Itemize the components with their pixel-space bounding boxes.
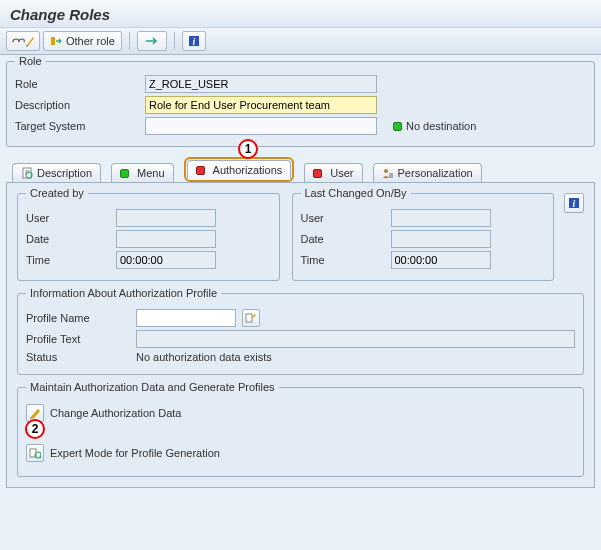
profile-info-group: Information About Authorization Profile … bbox=[17, 293, 584, 375]
changed-time-label: Time bbox=[301, 254, 391, 266]
role-group-title: Role bbox=[15, 55, 46, 67]
tab-menu[interactable]: Menu bbox=[111, 163, 174, 182]
created-date-field bbox=[116, 230, 216, 248]
svg-point-7 bbox=[384, 169, 388, 173]
role-group: Role Role Description Target System No d… bbox=[6, 61, 595, 147]
toggle-view-button[interactable] bbox=[6, 31, 40, 51]
profile-info-title: Information About Authorization Profile bbox=[26, 287, 221, 299]
profile-name-field[interactable] bbox=[136, 309, 236, 327]
separator bbox=[129, 32, 130, 50]
callout-2: 2 bbox=[25, 419, 45, 439]
led-green-icon bbox=[120, 169, 129, 178]
tab-description[interactable]: Description bbox=[12, 163, 101, 182]
other-role-button[interactable]: Other role bbox=[43, 31, 122, 51]
separator bbox=[174, 32, 175, 50]
svg-text:i: i bbox=[193, 36, 196, 47]
personalization-icon bbox=[382, 167, 394, 179]
changed-time-field bbox=[391, 251, 491, 269]
svg-rect-11 bbox=[246, 314, 252, 322]
tab-pane-authorizations: Created by User Date Time Last Changed O… bbox=[6, 183, 595, 488]
page-title: Change Roles bbox=[0, 0, 601, 27]
svg-text:i: i bbox=[573, 198, 576, 209]
info-button[interactable]: i bbox=[182, 31, 206, 51]
expert-icon bbox=[29, 447, 41, 459]
no-dest-indicator: No destination bbox=[393, 120, 476, 132]
role-field[interactable] bbox=[145, 75, 377, 93]
created-date-label: Date bbox=[26, 233, 116, 245]
changed-group: Last Changed On/By User Date Time bbox=[292, 193, 555, 281]
profile-status-value: No authorization data exists bbox=[136, 351, 272, 363]
maintain-group: Maintain Authorization Data and Generate… bbox=[17, 387, 584, 477]
tab-highlight: Authorizations bbox=[184, 157, 295, 182]
changed-user-label: User bbox=[301, 212, 391, 224]
changed-date-label: Date bbox=[301, 233, 391, 245]
transport-button[interactable] bbox=[137, 31, 167, 51]
expert-mode-label: Expert Mode for Profile Generation bbox=[50, 447, 220, 459]
role-icon bbox=[50, 35, 62, 47]
led-green-icon bbox=[393, 122, 402, 131]
created-by-title: Created by bbox=[26, 187, 88, 199]
tab-authorizations-label: Authorizations bbox=[213, 164, 283, 176]
target-field[interactable] bbox=[145, 117, 377, 135]
desc-field[interactable] bbox=[145, 96, 377, 114]
no-dest-label: No destination bbox=[406, 120, 476, 132]
changed-user-field bbox=[391, 209, 491, 227]
profile-text-field bbox=[136, 330, 575, 348]
tab-personalization[interactable]: Personalization bbox=[373, 163, 482, 182]
created-time-label: Time bbox=[26, 254, 116, 266]
glasses-icon bbox=[11, 34, 25, 48]
tabstrip: Description Menu Authorizations User Per… bbox=[6, 157, 595, 183]
callout-1: 1 bbox=[238, 139, 258, 159]
expert-mode-button[interactable] bbox=[26, 444, 44, 462]
content-area: Role Role Description Target System No d… bbox=[0, 55, 601, 494]
pencil-icon bbox=[29, 407, 41, 419]
other-role-label: Other role bbox=[66, 35, 115, 47]
info-button-pane[interactable]: i bbox=[564, 193, 584, 213]
profile-text-label: Profile Text bbox=[26, 333, 136, 345]
changed-date-field bbox=[391, 230, 491, 248]
tab-description-label: Description bbox=[37, 167, 92, 179]
tab-user-label: User bbox=[330, 167, 353, 179]
desc-tab-icon bbox=[21, 167, 33, 179]
svg-rect-0 bbox=[51, 37, 55, 45]
changed-title: Last Changed On/By bbox=[301, 187, 411, 199]
created-user-field bbox=[116, 209, 216, 227]
profile-lookup-icon bbox=[245, 312, 257, 324]
created-user-label: User bbox=[26, 212, 116, 224]
maintain-title: Maintain Authorization Data and Generate… bbox=[26, 381, 279, 393]
svg-rect-8 bbox=[389, 173, 393, 178]
target-label: Target System bbox=[15, 120, 145, 132]
created-time-field bbox=[116, 251, 216, 269]
desc-label: Description bbox=[15, 99, 145, 111]
transport-icon bbox=[145, 35, 159, 47]
tab-authorizations[interactable]: Authorizations bbox=[187, 160, 292, 180]
created-by-group: Created by User Date Time bbox=[17, 193, 280, 281]
app-toolbar: Other role i bbox=[0, 27, 601, 55]
tab-user[interactable]: User bbox=[304, 163, 362, 182]
led-red-icon bbox=[313, 169, 322, 178]
tab-personalization-label: Personalization bbox=[398, 167, 473, 179]
led-red-icon bbox=[196, 166, 205, 175]
change-auth-label: Change Authorization Data bbox=[50, 407, 181, 419]
profile-lookup-button[interactable] bbox=[242, 309, 260, 327]
info-icon: i bbox=[187, 34, 201, 48]
pencil-icon bbox=[25, 34, 35, 48]
profile-status-label: Status bbox=[26, 351, 136, 363]
role-label: Role bbox=[15, 78, 145, 90]
profile-name-label: Profile Name bbox=[26, 312, 136, 324]
svg-line-14 bbox=[40, 457, 41, 459]
info-icon: i bbox=[567, 196, 581, 210]
tab-menu-label: Menu bbox=[137, 167, 165, 179]
